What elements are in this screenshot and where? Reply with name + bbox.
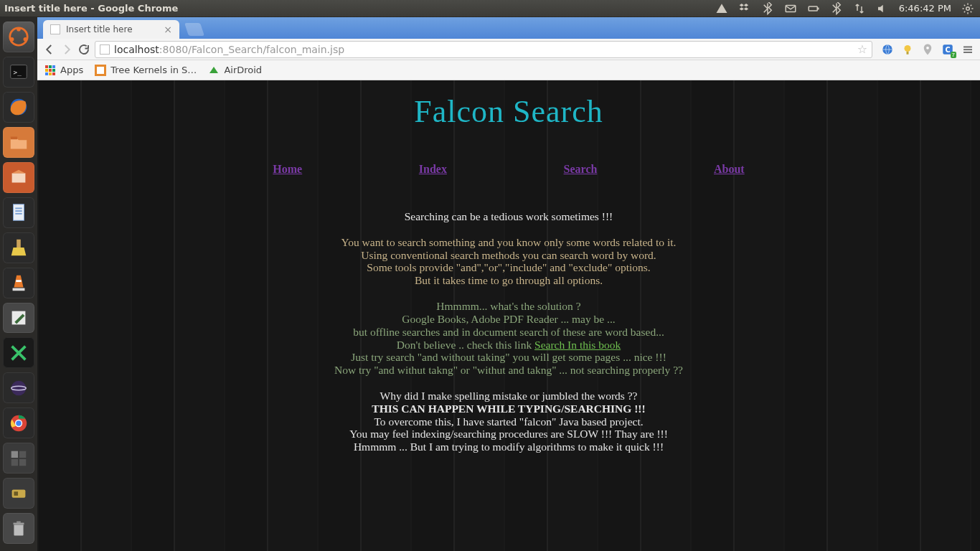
cloud-drive-icon[interactable] xyxy=(715,2,728,15)
tab-strip: Insert title here × xyxy=(37,17,980,39)
text-line: but offline searches and in document sea… xyxy=(186,326,831,339)
svg-rect-47 xyxy=(52,65,55,68)
page-body: Searching can be a tedious work sometime… xyxy=(186,210,831,453)
nav-home[interactable]: Home xyxy=(273,163,302,176)
launcher-terminal[interactable]: >_ xyxy=(3,57,34,88)
url-rest: :8080/Falcon_Search/falcon_main.jsp xyxy=(159,44,344,55)
launcher-trash[interactable] xyxy=(3,513,34,544)
bookmark-star-icon[interactable]: ☆ xyxy=(857,42,867,56)
svg-rect-52 xyxy=(49,72,52,75)
svg-rect-32 xyxy=(14,491,18,496)
new-tab-button[interactable] xyxy=(184,23,204,36)
svg-rect-50 xyxy=(52,69,55,72)
svg-point-39 xyxy=(926,46,929,49)
launcher-app-green[interactable] xyxy=(3,337,34,368)
launcher-software[interactable] xyxy=(3,162,34,193)
svg-point-22 xyxy=(11,381,27,396)
svg-rect-44 xyxy=(963,52,972,53)
nav-about[interactable]: About xyxy=(714,163,745,176)
svg-rect-53 xyxy=(52,72,55,75)
bookmark-apps[interactable]: Apps xyxy=(44,65,83,76)
text-line: Searching can be a tedious work sometime… xyxy=(186,210,831,223)
text-line: THIS CAN HAPPEN WHILE TYPING/SEARCHING !… xyxy=(186,402,831,415)
nav-index[interactable]: Index xyxy=(419,163,447,176)
url-host: localhost xyxy=(114,44,159,55)
svg-rect-42 xyxy=(963,46,972,47)
battery-icon[interactable] xyxy=(807,2,820,15)
svg-rect-43 xyxy=(963,49,972,50)
launcher-chrome[interactable] xyxy=(3,408,34,438)
launcher-eclipse[interactable] xyxy=(3,372,34,403)
svg-point-8 xyxy=(24,37,28,42)
svg-rect-29 xyxy=(11,459,18,466)
text-line: Using conventional search methods you ca… xyxy=(186,249,831,262)
clock[interactable]: 6:46:42 PM xyxy=(899,3,951,14)
bookmark-airdroid-label: AirDroid xyxy=(224,65,262,75)
location-icon[interactable] xyxy=(921,43,934,56)
bookmark-airdroid[interactable]: AirDroid xyxy=(208,65,262,76)
svg-rect-35 xyxy=(17,521,21,522)
launcher-device[interactable] xyxy=(3,478,34,509)
browser-toolbar: localhost:8080/Falcon_Search/falcon_main… xyxy=(37,39,980,60)
link-search-in-book[interactable]: Search In this book xyxy=(534,339,621,351)
svg-point-7 xyxy=(10,37,14,42)
launcher-vlc[interactable] xyxy=(3,268,34,298)
gear-icon[interactable] xyxy=(961,2,974,15)
text-line: Some tools provide "and","or","include" … xyxy=(186,261,831,274)
page-content: Falcon Search Home Index Search About Se… xyxy=(37,80,980,551)
svg-rect-20 xyxy=(13,288,25,291)
text-fragment: Don't believe .. check this link xyxy=(397,339,534,351)
apps-icon xyxy=(44,65,56,76)
tab-close-icon[interactable]: × xyxy=(164,24,172,35)
svg-rect-51 xyxy=(45,72,48,75)
launcher-gedit[interactable] xyxy=(3,303,34,334)
launcher-firefox[interactable] xyxy=(3,92,34,123)
svg-rect-3 xyxy=(818,7,819,9)
tab-title: Insert title here xyxy=(66,24,133,34)
svg-marker-0 xyxy=(716,4,727,13)
svg-point-37 xyxy=(905,45,911,52)
url-text: localhost:8080/Falcon_Search/falcon_main… xyxy=(114,44,344,55)
svg-rect-16 xyxy=(15,210,22,212)
browser-tab[interactable]: Insert title here × xyxy=(43,20,179,39)
svg-rect-14 xyxy=(14,204,24,221)
page-title: Falcon Search xyxy=(37,80,980,130)
svg-rect-18 xyxy=(17,240,21,248)
ext-badge-icon[interactable]: C7 xyxy=(941,43,954,56)
mail-icon[interactable] xyxy=(784,2,797,15)
globe-icon[interactable] xyxy=(881,43,894,56)
svg-rect-2 xyxy=(809,6,817,11)
dropbox-icon[interactable] xyxy=(738,2,751,15)
bluetooth-icon[interactable] xyxy=(761,2,774,15)
bookmark-treekernels-label: Tree Kernels in S… xyxy=(110,65,197,75)
airdroid-icon xyxy=(208,65,220,76)
page-viewport: Falcon Search Home Index Search About Se… xyxy=(37,80,980,551)
svg-rect-30 xyxy=(19,459,26,466)
site-icon xyxy=(100,44,110,55)
text-emph: THIS CAN HAPPEN WHILE TYPING/SEARCHING !… xyxy=(372,402,645,415)
launcher-dash[interactable] xyxy=(3,22,34,52)
svg-point-4 xyxy=(966,6,970,10)
launcher-document[interactable] xyxy=(3,197,34,228)
launcher-files[interactable] xyxy=(3,127,34,158)
svg-rect-38 xyxy=(907,52,909,55)
nav-search[interactable]: Search xyxy=(564,163,598,176)
svg-rect-34 xyxy=(14,522,24,524)
reload-button[interactable] xyxy=(77,43,90,56)
back-button[interactable] xyxy=(43,43,56,56)
chrome-menu-icon[interactable] xyxy=(961,43,974,56)
bookmark-treekernels[interactable]: Tree Kernels in S… xyxy=(95,65,197,76)
svg-text:C: C xyxy=(945,45,950,53)
launcher-workspace[interactable] xyxy=(3,443,34,474)
bulb-icon[interactable] xyxy=(901,43,914,56)
network-icon[interactable] xyxy=(853,2,866,15)
bookmark-apps-label: Apps xyxy=(60,65,83,75)
launcher-cleaner[interactable] xyxy=(3,232,34,263)
text-line: But it takes time to go through all opti… xyxy=(186,274,831,287)
svg-rect-48 xyxy=(45,69,48,72)
bluetooth2-icon[interactable] xyxy=(830,2,843,15)
unity-launcher: >_ xyxy=(0,17,37,551)
page-nav: Home Index Search About xyxy=(215,163,803,176)
address-bar[interactable]: localhost:8080/Falcon_Search/falcon_main… xyxy=(95,41,872,58)
volume-icon[interactable] xyxy=(876,2,889,15)
